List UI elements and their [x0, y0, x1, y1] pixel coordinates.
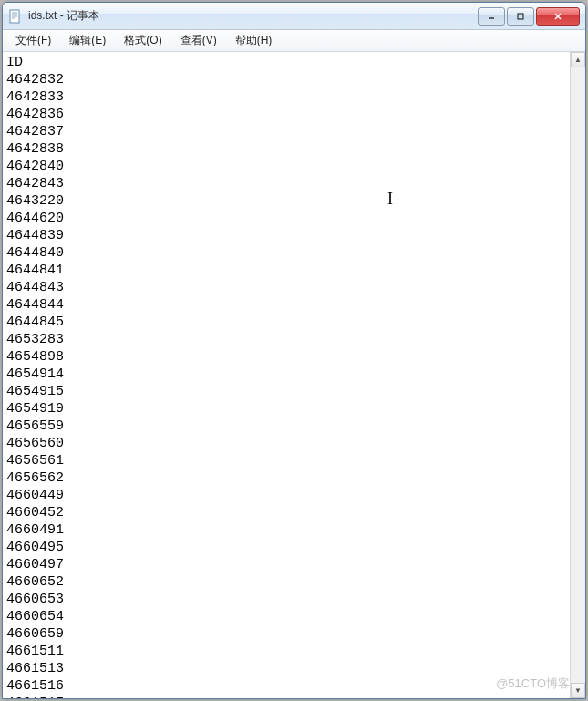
text-line: 4661511: [6, 644, 64, 659]
text-line: 4642837: [6, 124, 64, 139]
text-line: 4660452: [6, 505, 64, 521]
menubar: 文件(F) 编辑(E) 格式(O) 查看(V) 帮助(H): [3, 30, 585, 52]
text-line: 4642836: [6, 107, 64, 122]
text-line: 4653283: [6, 332, 64, 347]
scroll-down-arrow[interactable]: ▼: [571, 683, 585, 698]
window-controls: [476, 7, 580, 26]
text-line: 4661516: [6, 678, 64, 694]
menu-format[interactable]: 格式(O): [115, 30, 170, 51]
text-editor[interactable]: ID 4642832 4642833 4642836 4642837 46428…: [3, 52, 570, 698]
text-line: 4642843: [6, 176, 64, 191]
text-line: 4644839: [6, 228, 64, 243]
text-line: 4660495: [6, 540, 64, 555]
maximize-button[interactable]: [507, 7, 534, 26]
text-line: 4660654: [6, 609, 64, 624]
text-line: ID: [6, 55, 23, 70]
close-button[interactable]: [536, 7, 580, 26]
titlebar[interactable]: ids.txt - 记事本: [3, 3, 585, 30]
text-line: 4660497: [6, 557, 64, 572]
text-line: 4654915: [6, 384, 64, 399]
text-line: 4644840: [6, 245, 64, 261]
scroll-track[interactable]: [571, 67, 585, 683]
text-line: 4644843: [6, 280, 64, 295]
text-line: 4654898: [6, 349, 64, 365]
window-title: ids.txt - 记事本: [28, 8, 476, 24]
text-line: 4644844: [6, 297, 64, 313]
menu-view[interactable]: 查看(V): [171, 30, 226, 51]
text-line: 4660652: [6, 574, 64, 590]
menu-file[interactable]: 文件(F): [6, 30, 60, 51]
text-line: 4656561: [6, 453, 64, 469]
text-line: 4660659: [6, 626, 64, 642]
menu-help[interactable]: 帮助(H): [226, 30, 282, 51]
minimize-button[interactable]: [478, 7, 505, 26]
text-line: 4644845: [6, 314, 64, 330]
text-line: 4642832: [6, 72, 64, 88]
svg-rect-6: [518, 14, 523, 19]
text-line: 4654914: [6, 366, 64, 382]
content-area: ID 4642832 4642833 4642836 4642837 46428…: [3, 52, 585, 698]
text-line: 4644620: [6, 211, 64, 226]
text-line: 4656559: [6, 418, 64, 434]
text-line: 4661513: [6, 661, 64, 676]
scroll-up-arrow[interactable]: ▲: [571, 52, 585, 67]
notepad-window: ids.txt - 记事本 文件(F) 编辑(E) 格式(O) 查看(V) 帮助…: [2, 2, 586, 699]
notepad-icon: [8, 9, 23, 24]
text-line: 4642840: [6, 159, 64, 174]
text-line: 4643220: [6, 193, 64, 209]
text-line: 4656560: [6, 436, 64, 451]
ibeam-cursor-icon: I: [387, 191, 393, 208]
text-line: 4642838: [6, 141, 64, 157]
menu-edit[interactable]: 编辑(E): [60, 30, 115, 51]
text-line: 4660653: [6, 592, 64, 607]
text-line: 4654919: [6, 401, 64, 417]
text-line: 4660491: [6, 522, 64, 538]
text-line: 4661517: [6, 696, 64, 698]
text-line: 4660449: [6, 488, 64, 503]
vertical-scrollbar[interactable]: ▲ ▼: [570, 52, 585, 698]
text-line: 4642833: [6, 89, 64, 105]
text-line: 4656562: [6, 470, 64, 486]
text-line: 4644841: [6, 263, 64, 278]
